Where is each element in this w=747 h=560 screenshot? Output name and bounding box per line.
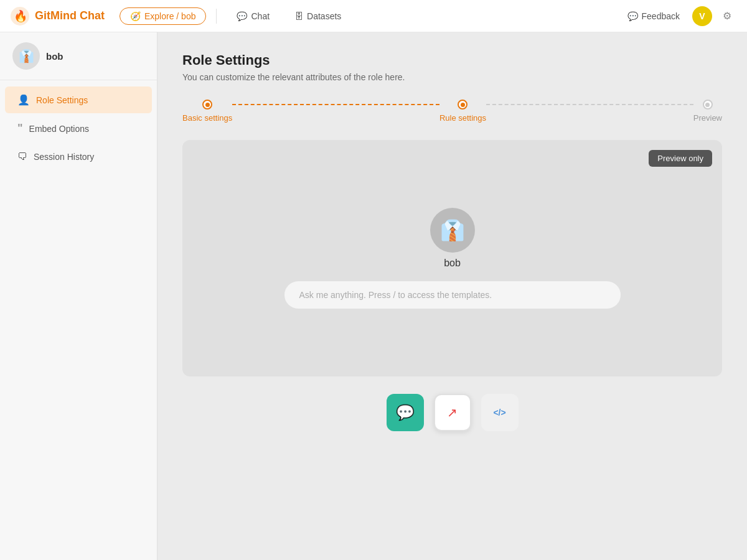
toolbar-embed-button[interactable]: </>: [481, 394, 519, 431]
nav-datasets[interactable]: 🗄 Datasets: [284, 7, 351, 25]
stepper: Basic settings Rule settings Preview: [182, 100, 722, 123]
logo-icon: 🔥: [10, 6, 30, 26]
content-area: Role Settings You can customize the rele…: [157, 32, 747, 560]
stepper-item-rule: Rule settings: [439, 100, 486, 123]
feedback-label: Feedback: [642, 11, 680, 21]
stepper-label-preview: Preview: [693, 113, 722, 123]
svg-text:🔥: 🔥: [14, 9, 28, 23]
stepper-label-basic: Basic settings: [182, 113, 232, 123]
page-title: Role Settings: [182, 52, 722, 68]
stepper-dot-inner-basic: [205, 103, 210, 107]
feedback-button[interactable]: 💬 Feedback: [620, 7, 687, 25]
explore-label: Explore / bob: [144, 11, 196, 21]
toolbar-share-button[interactable]: ↗: [434, 394, 471, 431]
stepper-dot-basic: [202, 100, 212, 110]
nav-datasets-label: Datasets: [307, 11, 341, 21]
toolbar-share-icon: ↗: [447, 405, 458, 420]
sidebar-user-name: bob: [46, 51, 63, 62]
sidebar-menu: 👤 Role Settings " Embed Options 🗨 Sessio…: [0, 80, 157, 560]
toolbar-embed-icon: </>: [493, 408, 505, 418]
sidebar-user: 👔 bob: [0, 32, 157, 80]
feedback-icon: 💬: [627, 11, 638, 21]
stepper-line-1: [232, 104, 439, 105]
sidebar-item-label-embed: Embed Options: [29, 124, 90, 134]
top-nav: 🔥 GitMind Chat 🧭 Explore / bob 💬 Chat 🗄 …: [0, 0, 747, 32]
role-settings-icon: 👤: [17, 94, 30, 106]
datasets-icon: 🗄: [294, 11, 303, 21]
compass-icon: 🧭: [130, 11, 141, 21]
preview-only-button[interactable]: Preview only: [649, 150, 712, 167]
preview-avatar: 👔: [430, 208, 475, 253]
avatar-letter: V: [699, 11, 705, 21]
settings-icon: ⚙: [723, 10, 731, 22]
sidebar-item-session-history[interactable]: 🗨 Session History: [5, 144, 152, 170]
page-subtitle: You can customize the relevant attribute…: [182, 72, 722, 82]
stepper-dot-inner-rule: [461, 103, 465, 107]
nav-divider-1: [216, 9, 217, 24]
toolbar-chat-icon: 💬: [396, 404, 415, 421]
chat-icon: 💬: [237, 11, 247, 21]
embed-options-icon: ": [17, 122, 23, 135]
toolbar-chat-button[interactable]: 💬: [387, 394, 424, 431]
logo[interactable]: 🔥 GitMind Chat: [10, 6, 105, 26]
user-avatar[interactable]: V: [692, 6, 712, 26]
main-layout: 👔 bob 👤 Role Settings " Embed Options 🗨 …: [0, 32, 747, 560]
stepper-line-2: [486, 104, 693, 105]
stepper-label-rule: Rule settings: [439, 113, 486, 123]
sidebar-item-embed-options[interactable]: " Embed Options: [5, 114, 152, 142]
bottom-toolbar: 💬 ↗ </>: [182, 386, 722, 446]
stepper-dot-preview: [703, 100, 713, 110]
logo-text: GitMind Chat: [35, 9, 105, 22]
stepper-dot-inner-preview: [705, 103, 710, 107]
nav-chat[interactable]: 💬 Chat: [227, 7, 280, 25]
preview-avatar-wrap: 👔 bob: [430, 208, 475, 269]
sidebar-item-label-session: Session History: [34, 152, 94, 162]
preview-placeholder: Ask me anything. Press / to access the t…: [299, 290, 492, 300]
stepper-item-preview: Preview: [693, 100, 722, 123]
sidebar-item-label-role: Role Settings: [36, 95, 88, 105]
stepper-dot-rule: [458, 100, 467, 110]
preview-box: Preview only 👔 bob Ask me anything. Pres…: [182, 140, 722, 376]
settings-button[interactable]: ⚙: [717, 6, 737, 26]
nav-chat-label: Chat: [251, 11, 270, 21]
sidebar-user-avatar: 👔: [12, 42, 40, 70]
session-history-icon: 🗨: [17, 151, 27, 162]
stepper-item-basic: Basic settings: [182, 100, 232, 123]
sidebar-item-role-settings[interactable]: 👤 Role Settings: [5, 86, 152, 113]
sidebar: 👔 bob 👤 Role Settings " Embed Options 🗨 …: [0, 32, 157, 560]
explore-button[interactable]: 🧭 Explore / bob: [120, 7, 207, 25]
preview-chat-input[interactable]: Ask me anything. Press / to access the t…: [284, 281, 621, 309]
preview-name: bob: [444, 258, 461, 269]
